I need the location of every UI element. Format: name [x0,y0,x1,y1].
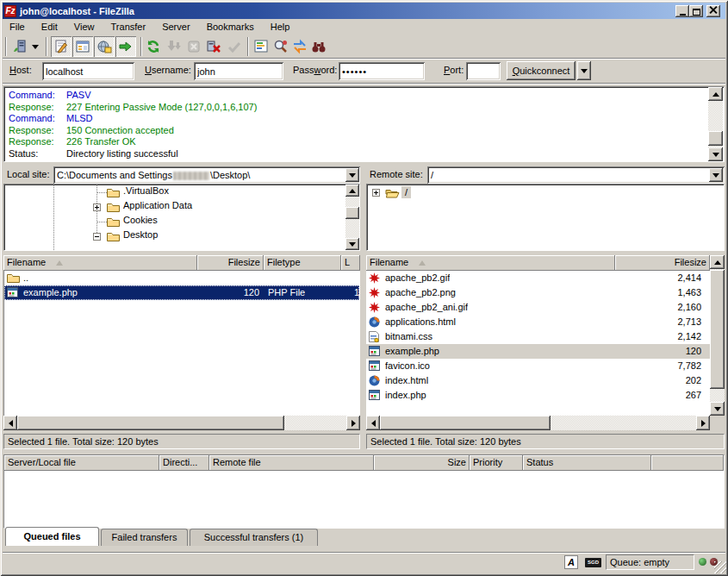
toggle-local-tree-button[interactable] [72,36,93,57]
scrollbar-thumb[interactable] [708,131,723,146]
tree-item-desktop[interactable]: Desktop [123,229,158,240]
password-input[interactable] [339,62,425,80]
chevron-down-icon [581,69,588,73]
queue-column-server-local-file[interactable]: Server/Local file [4,455,159,471]
file-name: apache_pb2.png [385,285,456,300]
remote-row[interactable]: index.html 202 [366,373,710,388]
speedlimit-badge-icon[interactable]: SGD [585,558,601,567]
remote-list-scrollbar[interactable] [710,255,725,416]
queue-column-status[interactable]: Status [523,455,651,471]
scroll-up-button[interactable] [345,185,359,197]
remote-row[interactable]: favicon.ico 7,782 [366,359,710,373]
local-row-parent-dir[interactable]: .. [4,271,359,285]
menu-bookmarks[interactable]: Bookmarks [200,19,261,35]
refresh-button[interactable] [144,37,163,56]
scroll-right-button[interactable] [696,416,710,430]
pane-splitter[interactable] [360,166,366,449]
toolbar-separator [247,37,249,56]
remote-site-dropdown-button[interactable] [709,168,723,182]
queue-column-remote-file[interactable]: Remote file [209,455,374,471]
local-tree-scrollbar[interactable] [345,185,359,250]
chevron-down-icon [712,173,719,178]
local-site-combo[interactable]: C:\Documents and Settings\Desktop\ [53,166,360,184]
scroll-left-button[interactable] [3,416,17,430]
menu-file[interactable]: File [3,19,32,35]
transfer-type-indicator[interactable]: A [564,555,578,569]
local-column-filesize[interactable]: Filesize [197,255,264,271]
expand-icon[interactable] [372,189,380,197]
local-path-prefix: C:\Documents and Settings [57,170,172,180]
minimize-button[interactable] [675,5,689,17]
remote-row[interactable]: apache_pb2.gif 2,414 [366,271,710,285]
scroll-up-button[interactable] [708,87,723,101]
reconnect-button[interactable] [225,37,244,56]
queue-column-direction[interactable]: Directi... [159,455,209,471]
tree-item-virtualbox[interactable]: .VirtualBox [123,185,169,196]
scrollbar-thumb[interactable] [380,416,551,430]
menu-edit[interactable]: Edit [34,19,65,35]
tree-item-root[interactable]: / [401,186,411,198]
find-files-button[interactable] [309,37,328,56]
remote-column-filesize[interactable]: Filesize [615,255,710,271]
host-input[interactable] [42,62,134,80]
scroll-down-button[interactable] [345,238,359,250]
site-manager-button[interactable] [10,37,29,56]
local-column-filetype[interactable]: Filetype [264,255,341,271]
toggle-remote-tree-button[interactable] [94,36,115,57]
remote-row[interactable]: apache_pb2.png 1,463 [366,285,710,300]
menu-help[interactable]: Help [264,19,297,35]
resize-grip[interactable] [714,561,726,573]
remote-list-hscrollbar[interactable] [366,416,710,430]
synchronized-browsing-button[interactable] [290,37,309,56]
scroll-left-button[interactable] [366,416,380,430]
menu-server[interactable]: Server [155,19,196,35]
local-column-filename[interactable]: Filename [3,255,197,271]
toggle-message-log-button[interactable] [51,36,72,57]
collapse-icon[interactable] [93,233,101,241]
scroll-down-button[interactable] [710,402,725,416]
expand-icon[interactable] [93,203,101,211]
tab-queued-files[interactable]: Queued files [5,527,99,546]
username-input[interactable] [194,62,283,80]
local-list-hscrollbar[interactable] [3,416,360,430]
remote-row[interactable]: applications.html 2,713 [366,315,710,329]
remote-site-combo[interactable]: / [427,166,725,184]
cancel-operation-button[interactable] [184,37,203,56]
tab-failed-transfers[interactable]: Failed transfers [101,529,188,546]
scroll-right-button[interactable] [346,416,360,430]
local-column-lastmodified[interactable]: L [341,255,360,271]
local-row-example-php[interactable]: example.php 120 PHP File 1 [4,285,359,300]
queue-column-size[interactable]: Size [374,455,470,471]
quickconnect-button[interactable]: Quickconnect [507,61,576,80]
remote-row[interactable]: bitnami.css 2,142 [366,329,710,344]
queue-column-priority[interactable]: Priority [470,455,523,471]
toolbar-grip [5,37,7,56]
scroll-up-button[interactable] [710,255,725,269]
tree-item-cookies[interactable]: Cookies [123,215,158,225]
directory-listing-filters-button[interactable] [252,37,271,56]
local-site-dropdown-button[interactable] [345,168,359,182]
menu-transfer[interactable]: Transfer [104,19,153,35]
scroll-down-button[interactable] [708,147,723,161]
scrollbar-thumb[interactable] [345,207,359,219]
remote-row[interactable]: apache_pb2_ani.gif 2,160 [366,300,710,315]
site-manager-dropdown-button[interactable] [29,37,41,56]
log-scrollbar[interactable] [708,87,723,161]
remote-column-filename[interactable]: Filename [366,255,615,271]
toggle-transfer-queue-button[interactable] [115,36,136,57]
port-input[interactable] [466,62,501,80]
scrollbar-thumb[interactable] [710,270,725,389]
maximize-button[interactable] [689,5,703,17]
remote-row[interactable]: index.php 267 [366,388,710,403]
tree-item-application-data[interactable]: Application Data [123,200,192,210]
tab-successful-transfers[interactable]: Successful transfers (1) [190,529,318,546]
quickconnect-dropdown-button[interactable] [577,61,591,80]
remote-row-selected[interactable]: example.php 120 [366,344,710,359]
directory-comparison-button[interactable] [271,37,290,56]
queue-column-blank[interactable] [651,455,724,471]
disconnect-button[interactable] [204,37,223,56]
scrollbar-thumb[interactable] [17,416,284,430]
menu-view[interactable]: View [67,19,102,35]
close-button[interactable] [706,5,720,17]
process-queue-button[interactable] [165,37,184,56]
